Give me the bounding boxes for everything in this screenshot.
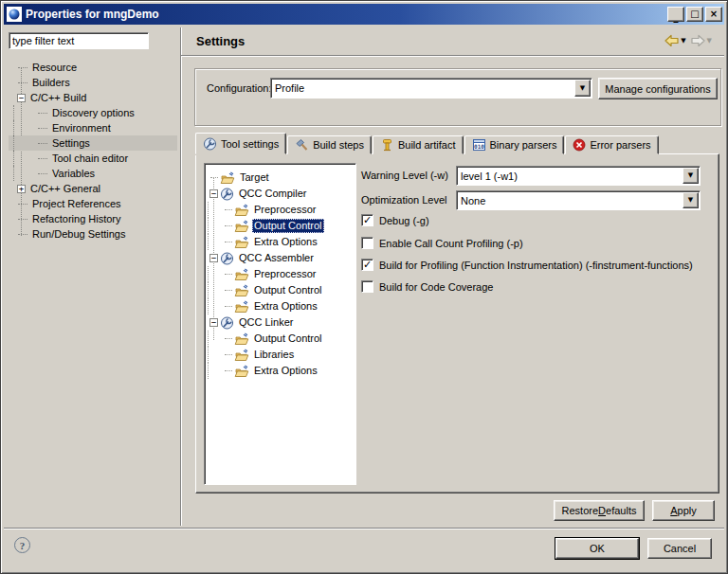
checked-checkbox-icon[interactable]: ✓ [361, 214, 373, 226]
chevron-down-icon[interactable]: ▼ [574, 80, 591, 97]
tree-indent [13, 120, 28, 135]
sidebar-item-refactoring-history[interactable]: Refactoring History [9, 211, 177, 226]
close-icon[interactable]: × [705, 7, 722, 22]
tree-indent [13, 151, 28, 166]
forward-arrow-icon[interactable]: ▼ [689, 33, 713, 48]
hammer-icon [295, 138, 309, 152]
unchecked-checkbox-icon[interactable] [361, 237, 373, 249]
minimize-icon[interactable]: _ [667, 7, 684, 22]
tree-indent [13, 105, 28, 120]
tree-line [225, 209, 232, 210]
unchecked-checkbox-icon[interactable] [361, 280, 373, 293]
tool-tree-item-qcc-linker[interactable]: −QCC Linker [205, 314, 355, 331]
maximize-icon[interactable]: □ [686, 7, 703, 22]
checkbox-label: Enable Call Count Profiling (-p) [379, 238, 523, 249]
tool-tree-item-preprocessor[interactable]: Preprocessor [205, 202, 355, 218]
tab-binary-parsers[interactable]: 010Binary parsers [464, 135, 565, 154]
tree-indent [13, 166, 28, 181]
tab-error-parsers[interactable]: Error parsers [565, 135, 658, 154]
tree-line [210, 177, 218, 178]
checked-checkbox-icon[interactable]: ✓ [361, 259, 373, 271]
tool-tree-item-libraries[interactable]: Libraries [205, 347, 355, 363]
tab-label: Error parsers [590, 139, 650, 151]
folder-icon [234, 220, 249, 233]
collapse-icon[interactable]: − [17, 94, 26, 102]
restore-defaults-button[interactable]: Restore Defaults [554, 500, 645, 521]
tool-tree-item-extra-options[interactable]: Extra Options [205, 298, 355, 314]
sidebar-item-resource[interactable]: Resource [9, 60, 177, 75]
checkbox-row-build-for-profiling-function-instrumentation-finstrument-functions[interactable]: ✓Build for Profiling (Function Instrumen… [361, 259, 693, 271]
page-title: Settings [196, 34, 245, 48]
tree-item-label: Discovery options [49, 106, 137, 119]
checkbox-label: Build for Profiling (Function Instrument… [379, 260, 693, 271]
tree-line [18, 234, 27, 235]
tab-tool-settings[interactable]: Tool settings [195, 133, 286, 154]
back-arrow-icon[interactable]: ▼ [663, 33, 686, 48]
tree-line [38, 143, 47, 144]
tree-line [38, 158, 47, 159]
tab-label: Tool settings [221, 138, 279, 150]
sidebar-item-tool-chain-editor[interactable]: Tool chain editor [9, 151, 177, 166]
output-control-options: Warning Level (-w) level 1 (-w1) ▼ Optim… [361, 154, 717, 493]
filter-input[interactable] [9, 32, 149, 49]
tree-indent [208, 298, 221, 314]
tool-tree-item-extra-options[interactable]: Extra Options [205, 363, 355, 379]
tree-item-label: Output Control [252, 219, 324, 233]
sidebar-item-c-c-build[interactable]: −C/C++ Build [9, 90, 177, 105]
optimization-level-select[interactable]: None ▼ [456, 190, 701, 210]
sidebar-item-project-references[interactable]: Project References [9, 196, 177, 211]
tree-line [225, 370, 232, 371]
warning-level-select[interactable]: level 1 (-w1) ▼ [456, 166, 701, 186]
sidebar-item-run-debug-settings[interactable]: Run/Debug Settings [9, 226, 177, 242]
tree-line [225, 242, 232, 242]
tool-tree-item-output-control[interactable]: Output Control [205, 282, 355, 298]
collapse-icon[interactable]: − [209, 318, 218, 327]
tree-indent [208, 363, 221, 379]
apply-button[interactable]: Apply [652, 500, 715, 521]
expand-icon[interactable]: + [17, 185, 26, 193]
sidebar-splitter[interactable] [180, 27, 182, 526]
folder-icon [220, 171, 235, 185]
tool-tree-item-target[interactable]: Target [205, 170, 355, 186]
tree-line [18, 219, 27, 220]
help-icon[interactable]: ? [14, 537, 30, 553]
sidebar-item-variables[interactable]: Variables [9, 166, 177, 181]
collapse-icon[interactable]: − [209, 189, 218, 198]
chevron-down-icon[interactable]: ▼ [682, 168, 699, 184]
tool-tree-item-preprocessor[interactable]: Preprocessor [205, 266, 355, 282]
sidebar-item-c-c-general[interactable]: +C/C++ General [9, 181, 177, 196]
tab-build-artifact[interactable]: Build artifact [373, 135, 464, 154]
configuration-select[interactable]: Profile ▼ [270, 78, 592, 99]
tool-tree-item-extra-options[interactable]: Extra Options [205, 234, 355, 250]
folder-icon [234, 284, 249, 297]
checkbox-row-build-for-code-coverage[interactable]: Build for Code Coverage [361, 280, 493, 293]
chevron-down-icon[interactable]: ▼ [682, 192, 699, 208]
tree-indent [208, 202, 221, 218]
sidebar-item-environment[interactable]: Environment [9, 120, 177, 135]
checkbox-row-enable-call-count-profiling-p[interactable]: Enable Call Count Profiling (-p) [361, 237, 523, 249]
ok-button[interactable]: OK [555, 538, 639, 559]
tree-line [38, 113, 47, 114]
tree-item-label: Variables [49, 167, 98, 180]
tree-item-label: QCC Linker [237, 315, 295, 330]
binary-icon: 010 [472, 138, 486, 152]
tree-line [225, 306, 232, 307]
sidebar-item-settings[interactable]: Settings [9, 135, 177, 151]
warning-level-label: Warning Level (-w) [361, 170, 448, 181]
tool-tree-item-output-control[interactable]: Output Control [205, 331, 355, 347]
tool-tree-item-qcc-assembler[interactable]: −QCC Assembler [205, 250, 355, 266]
manage-configurations-button[interactable]: Manage configurations [598, 78, 718, 99]
cancel-button[interactable]: Cancel [647, 538, 712, 559]
tool-tree-item-output-control[interactable]: Output Control [205, 218, 355, 234]
sidebar-item-discovery-options[interactable]: Discovery options [9, 105, 177, 120]
sidebar: ResourceBuilders−C/C++ BuildDiscovery op… [5, 27, 177, 526]
collapse-icon[interactable]: − [209, 254, 218, 262]
checkbox-row-debug-g[interactable]: ✓Debug (-g) [361, 214, 429, 226]
title-bar[interactable]: Properties for mngDemo _ □ × [4, 4, 724, 25]
tree-indent [208, 234, 221, 250]
sidebar-item-builders[interactable]: Builders [9, 75, 177, 90]
tool-tree-item-qcc-compiler[interactable]: −QCC Compiler [205, 186, 355, 202]
tab-build-steps[interactable]: Build steps [287, 135, 372, 154]
tree-item-label: Output Control [252, 283, 324, 297]
tree-item-label: Settings [49, 136, 93, 150]
